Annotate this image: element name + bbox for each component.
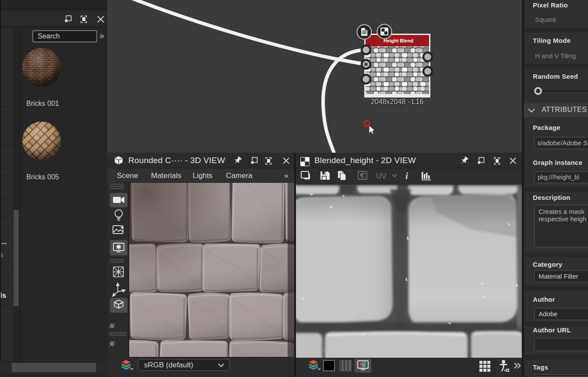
svg-text:Height Blend: Height Blend bbox=[384, 38, 413, 43]
svg-text:2048 x 2048 - L16: 2048 x 2048 - L16 bbox=[299, 345, 373, 355]
svg-text:i: i bbox=[405, 171, 408, 181]
svg-text:UV: UV bbox=[376, 172, 387, 180]
